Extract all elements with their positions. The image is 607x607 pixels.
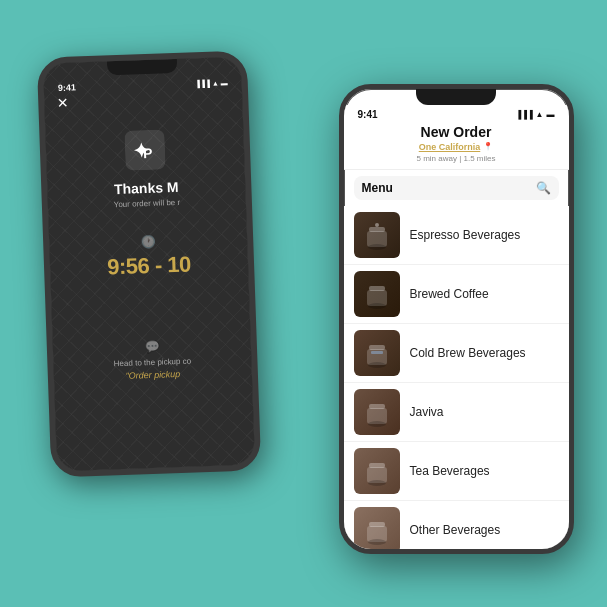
battery-icon: ▬: [547, 110, 555, 119]
svg-rect-4: [369, 227, 385, 232]
svg-rect-18: [369, 463, 385, 468]
svg-point-16: [368, 421, 386, 427]
menu-item-label: Espresso Beverages: [410, 228, 521, 242]
front-notch: [416, 89, 496, 105]
back-time-display: 🕐 9:56 - 10: [49, 231, 248, 282]
menu-item-label: Tea Beverages: [410, 464, 490, 478]
back-pickup-text: 💬 Head to the pickup co "Order pickup: [52, 336, 251, 383]
menu-item[interactable]: Cold Brew Beverages: [344, 324, 569, 383]
signal-icon: ▐▐▐: [516, 110, 533, 119]
search-input[interactable]: [362, 181, 536, 195]
location-bar: One California 📍: [358, 142, 555, 152]
svg-point-19: [368, 480, 386, 486]
svg-point-9: [368, 303, 386, 309]
front-statusbar: 9:41 ▐▐▐ ▲ ▬: [344, 105, 569, 120]
location-pin-icon: 📍: [483, 142, 493, 151]
back-close-button[interactable]: ✕: [56, 94, 69, 110]
phone-front: 9:41 ▐▐▐ ▲ ▬ New Order One California 📍 …: [339, 84, 574, 554]
page-title: New Order: [358, 124, 555, 140]
time-range: 9:56 - 10: [49, 249, 248, 282]
menu-item[interactable]: Brewed Coffee: [344, 265, 569, 324]
svg-rect-15: [369, 404, 385, 409]
menu-item-label: Other Beverages: [410, 523, 501, 537]
svg-rect-21: [369, 522, 385, 527]
svg-rect-8: [369, 286, 385, 291]
svg-rect-11: [369, 345, 385, 350]
front-status-time: 9:41: [358, 109, 378, 120]
menu-item-label: Brewed Coffee: [410, 287, 489, 301]
clock-icon: 🕐: [49, 231, 247, 252]
scene: 9:41 ▐▐▐ ▲ ▬ ✕ ✦ P Thanks M Your order w…: [24, 24, 584, 584]
svg-point-5: [368, 244, 386, 250]
menu-item-thumbnail: [354, 507, 400, 553]
menu-item-thumbnail: [354, 212, 400, 258]
search-icon: 🔍: [536, 181, 551, 195]
menu-item-label: Cold Brew Beverages: [410, 346, 526, 360]
back-notch: [106, 58, 176, 74]
phone-back: 9:41 ▐▐▐ ▲ ▬ ✕ ✦ P Thanks M Your order w…: [36, 50, 261, 477]
menu-item-thumbnail: [354, 448, 400, 494]
back-logo: ✦ P: [124, 129, 165, 170]
menu-item-thumbnail: [354, 330, 400, 376]
pickup-icon: 💬: [66, 336, 236, 356]
svg-point-12: [368, 362, 386, 368]
menu-item[interactable]: Other Beverages: [344, 501, 569, 554]
back-status-time: 9:41: [57, 82, 75, 93]
front-status-icons: ▐▐▐ ▲ ▬: [516, 110, 555, 119]
back-thanks-text: Thanks M Your order will be r: [47, 176, 246, 211]
front-header: New Order One California 📍 5 min away | …: [344, 120, 569, 170]
menu-item-thumbnail: [354, 271, 400, 317]
menu-item[interactable]: Javiva: [344, 383, 569, 442]
svg-rect-13: [371, 351, 383, 354]
menu-item-label: Javiva: [410, 405, 444, 419]
svg-point-22: [368, 539, 386, 545]
wifi-icon: ▲: [536, 110, 544, 119]
thanks-title: Thanks M: [47, 176, 245, 199]
svg-point-6: [375, 223, 379, 227]
location-name[interactable]: One California: [419, 142, 481, 152]
distance-text: 5 min away | 1.5 miles: [358, 154, 555, 163]
menu-item-thumbnail: [354, 389, 400, 435]
back-status-icons: ▐▐▐ ▲ ▬: [194, 78, 227, 86]
svg-text:P: P: [142, 144, 152, 160]
menu-item[interactable]: Tea Beverages: [344, 442, 569, 501]
menu-item[interactable]: Espresso Beverages: [344, 206, 569, 265]
search-bar[interactable]: 🔍: [354, 176, 559, 200]
menu-list: Espresso Beverages Brewed Coffee Cold Br…: [344, 206, 569, 554]
